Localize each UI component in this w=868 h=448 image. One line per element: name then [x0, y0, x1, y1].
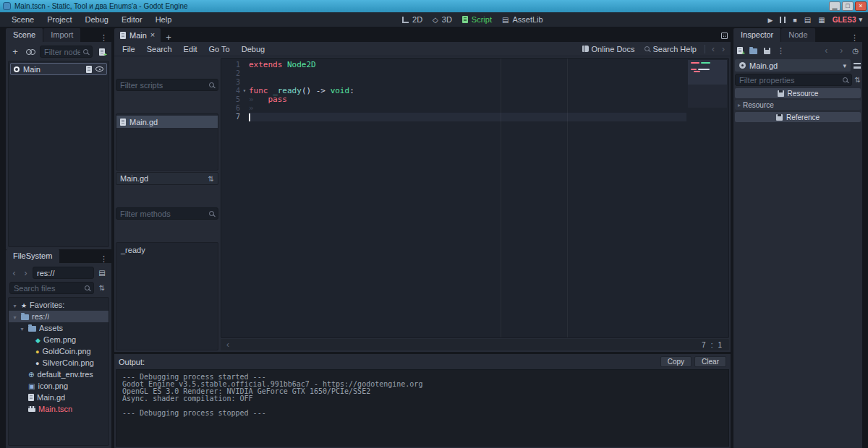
fs-item-assets[interactable]: Assets [9, 322, 109, 334]
history-back-icon[interactable]: ‹ [709, 44, 718, 54]
tab-import[interactable]: Import [43, 28, 81, 42]
fs-item-icon-png[interactable]: icon.png [9, 380, 109, 392]
history-forward-icon[interactable]: › [719, 44, 728, 54]
tab-scene[interactable]: Scene [6, 28, 43, 42]
minimize-button[interactable]: ▁ [829, 1, 841, 11]
workspace-3d-button[interactable]: 3D [433, 15, 452, 24]
fs-item-default-env[interactable]: default_env.tres [9, 369, 109, 380]
search-files-input[interactable] [9, 282, 94, 294]
scene-dock-menu-icon[interactable] [96, 34, 111, 42]
filter-methods-input[interactable] [116, 207, 218, 220]
gdscript-file-icon [28, 394, 34, 401]
script-menu-edit[interactable]: Edit [179, 43, 203, 55]
titlebar[interactable]: Main.tscn - Static, Tool и два Enums'a -… [0, 0, 868, 12]
search-help-button[interactable]: Search Help [640, 43, 701, 55]
maximize-button[interactable]: □ [842, 1, 854, 11]
close-tab-icon[interactable] [150, 31, 155, 39]
fs-item-favorites[interactable]: Favorites: [9, 299, 109, 311]
method-list[interactable]: _ready [116, 242, 218, 350]
expander-icon[interactable] [12, 313, 18, 321]
save-resource-icon[interactable] [764, 48, 770, 54]
code-scrollbar[interactable]: ‹ 7 : 1 [221, 339, 729, 350]
workspace-2d-button[interactable]: 2D [402, 15, 422, 24]
fold-arrow-icon[interactable]: ▾ [240, 87, 249, 95]
instance-scene-icon[interactable] [26, 49, 35, 55]
visibility-icon[interactable] [95, 66, 103, 72]
distraction-free-icon[interactable] [721, 33, 728, 39]
play-custom-scene-button[interactable] [818, 16, 825, 24]
scene-tree[interactable]: Main [8, 61, 109, 247]
tab-inspector[interactable]: Inspector [733, 28, 781, 42]
close-button[interactable]: × [855, 1, 867, 11]
object-tools-icon[interactable] [854, 63, 861, 69]
play-scene-button[interactable] [804, 16, 811, 24]
script-list[interactable]: Main.gd [116, 113, 218, 171]
script-list-item-main-gd[interactable]: Main.gd [116, 116, 218, 128]
category-reference: Reference [735, 112, 861, 122]
new-tab-button[interactable] [161, 33, 176, 42]
script-menu-search[interactable]: Search [142, 43, 177, 55]
load-resource-icon[interactable] [749, 48, 757, 54]
output-panel: Output: Copy Clear --- Debugging process… [114, 354, 731, 448]
script-menu-goto[interactable]: Go To [204, 43, 235, 55]
add-node-button[interactable] [9, 46, 21, 58]
renderer-dropdown[interactable]: GLES3 [833, 16, 862, 24]
new-resource-icon[interactable] [737, 47, 743, 54]
fs-item-main-gd[interactable]: Main.gd [9, 392, 109, 403]
code-line-1: 1 extends Node2D [221, 61, 728, 69]
code-minimap[interactable] [688, 60, 727, 108]
pause-button[interactable] [780, 17, 786, 23]
menu-scene[interactable]: Scene [6, 14, 40, 25]
filter-scripts-input[interactable] [116, 79, 218, 91]
filter-properties-input[interactable] [735, 74, 852, 86]
resource-extra-icon[interactable] [777, 47, 785, 55]
filesystem-dock-menu-icon[interactable] [96, 255, 111, 263]
clear-button[interactable]: Clear [694, 356, 726, 367]
methods-sort-icon[interactable] [208, 175, 214, 183]
open-script-icon[interactable] [86, 66, 92, 73]
menu-editor[interactable]: Editor [116, 14, 148, 25]
inspector-forward-icon[interactable]: › [837, 46, 846, 56]
fs-forward-button[interactable] [21, 269, 30, 277]
filesystem-tree[interactable]: Favorites: res:// Assets [8, 297, 109, 446]
online-docs-button[interactable]: Online Docs [578, 43, 639, 55]
play-button[interactable] [767, 16, 773, 24]
code-editor[interactable]: 1 extends Node2D 2 3 4▾ [221, 58, 729, 338]
tab-node[interactable]: Node [781, 28, 815, 42]
copy-button[interactable]: Copy [660, 356, 692, 367]
fs-back-button[interactable] [9, 269, 19, 277]
method-item-ready[interactable]: _ready [121, 246, 213, 257]
inspector-dock-menu-icon[interactable] [847, 34, 862, 42]
edited-object-bar[interactable]: Main.gd [735, 59, 851, 72]
workspace-script-button[interactable]: Script [462, 15, 492, 24]
fs-item-main-tscn[interactable]: Main.tscn [9, 403, 109, 415]
scene-node-main[interactable]: Main [10, 63, 107, 75]
history-icon[interactable] [852, 47, 859, 55]
fs-display-mode-icon[interactable] [96, 267, 108, 279]
menu-project[interactable]: Project [41, 14, 77, 25]
fs-item-gem[interactable]: Gem.png [9, 334, 109, 345]
expander-icon[interactable] [19, 324, 25, 332]
image-icon [28, 382, 35, 390]
scroll-left-icon[interactable]: ‹ [224, 340, 232, 350]
script-menu-file[interactable]: File [117, 43, 140, 55]
fs-item-res-root[interactable]: res:// [9, 311, 109, 322]
expander-icon[interactable] [12, 301, 18, 309]
menu-help[interactable]: Help [150, 14, 178, 25]
workspace-assetlib-button[interactable]: AssetLib [502, 15, 543, 24]
fs-item-silvercoin[interactable]: SilverCoin.png [9, 357, 109, 369]
script-menu-debug[interactable]: Debug [237, 43, 270, 55]
fs-item-goldcoin[interactable]: GoldCoin.png [9, 345, 109, 357]
tab-filesystem[interactable]: FileSystem [6, 249, 60, 263]
properties-sort-icon[interactable] [855, 76, 861, 84]
inspector-back-icon[interactable]: ‹ [822, 46, 830, 56]
menu-debug[interactable]: Debug [79, 14, 114, 25]
fs-path-input[interactable] [33, 267, 94, 279]
section-resource[interactable]: Resource [735, 100, 861, 110]
script-tab-main[interactable]: Main [114, 28, 161, 42]
output-log[interactable]: --- Debugging process started --- Godot … [116, 369, 729, 447]
stop-button[interactable] [793, 16, 796, 24]
attach-script-icon[interactable] [99, 48, 105, 56]
fs-sort-icon[interactable] [96, 283, 108, 294]
minimap-viewport[interactable] [688, 60, 727, 85]
